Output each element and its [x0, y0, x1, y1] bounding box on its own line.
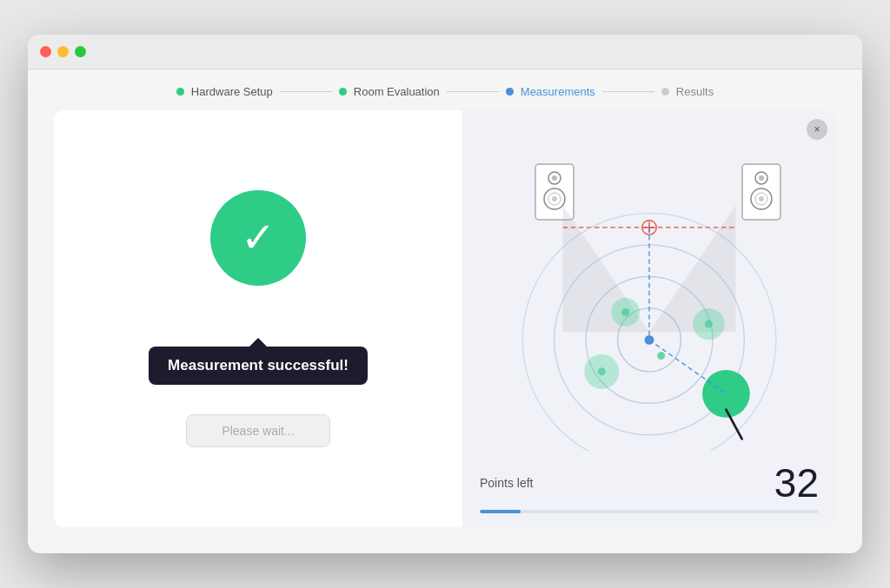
step-bar: Hardware Setup Room Evaluation Measureme…	[28, 69, 862, 110]
bottom-info: Points left 32	[462, 451, 836, 527]
step-measurements: Measurements	[506, 85, 595, 98]
checkmark-icon: ✓	[241, 217, 276, 259]
points-value: 32	[774, 463, 819, 503]
step-dot-hardware	[176, 88, 184, 96]
step-line-2	[447, 91, 499, 92]
step-dot-room	[339, 88, 347, 96]
wait-button: Please wait...	[186, 414, 329, 447]
step-label-results: Results	[676, 85, 714, 98]
points-row: Points left 32	[480, 463, 819, 503]
step-dot-measurements	[506, 88, 514, 96]
step-label-hardware: Hardware Setup	[191, 85, 273, 98]
svg-point-29	[657, 352, 665, 360]
step-label-measurements: Measurements	[521, 85, 595, 98]
titlebar	[28, 35, 862, 69]
progress-bar-fill	[480, 510, 521, 513]
step-dot-results	[661, 88, 669, 96]
step-label-room: Room Evaluation	[354, 85, 440, 98]
step-results: Results	[661, 85, 714, 98]
traffic-lights	[40, 46, 86, 57]
right-panel: ×	[462, 110, 836, 527]
success-circle: ✓	[210, 190, 306, 286]
svg-point-24	[621, 308, 629, 316]
step-line-1	[280, 91, 332, 92]
points-label: Points left	[480, 476, 533, 490]
tooltip-arrow	[249, 338, 267, 347]
success-tooltip: Measurement successful!	[149, 338, 368, 385]
panel-close-button[interactable]: ×	[807, 119, 827, 140]
app-window: Hardware Setup Room Evaluation Measureme…	[28, 35, 862, 553]
left-panel: ✓ Measurement successful! Please wait...	[54, 110, 462, 527]
progress-bar	[480, 510, 819, 513]
main-content: ✓ Measurement successful! Please wait...…	[54, 110, 836, 527]
room-svg	[462, 110, 836, 451]
svg-marker-13	[649, 205, 735, 332]
step-room: Room Evaluation	[339, 85, 440, 98]
minimize-button[interactable]	[57, 46, 69, 57]
svg-line-32	[649, 340, 726, 393]
svg-point-26	[705, 320, 713, 328]
step-hardware: Hardware Setup	[176, 85, 273, 98]
step-line-3	[602, 91, 654, 92]
close-button[interactable]	[40, 46, 51, 57]
maximize-button[interactable]	[75, 46, 86, 57]
tooltip-text: Measurement successful!	[149, 347, 368, 385]
svg-point-28	[598, 367, 606, 375]
room-visualization	[462, 110, 836, 451]
